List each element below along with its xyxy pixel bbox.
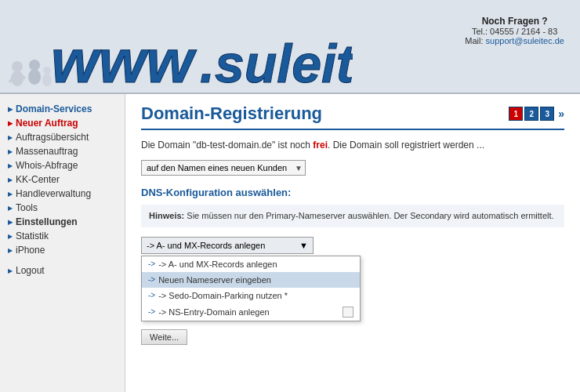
page-btn-2[interactable]: 2 xyxy=(524,107,538,121)
sidebar-item-handleverwaltung[interactable]: ▶ Handleverwaltung xyxy=(0,187,125,201)
sidebar-label-domain-services: Domain-Services xyxy=(16,103,92,114)
customer-dropdown[interactable]: auf den Namen eines neuen Kunden xyxy=(141,160,306,176)
dns-option-sedo[interactable]: -> -> Sedo-Domain-Parking nutzen * xyxy=(142,288,360,303)
info-text-pre: Die Domain "db-test-domain.de" ist noch xyxy=(141,140,313,151)
dns-option-ns-entry-inner: -> -> NS-Entry-Domain anlegen xyxy=(148,307,270,317)
dns-dropdown-container: -> A- und MX-Records anlegen ▼ -> -> A- … xyxy=(141,237,564,254)
logo-domain-text: .suleitec.de xyxy=(200,34,353,93)
customer-dropdown-wrapper: auf den Namen eines neuen Kunden ▼ xyxy=(141,160,306,176)
sidebar-separator xyxy=(0,257,125,263)
page-btn-3[interactable]: 3 xyxy=(540,107,554,121)
arrow-icon: ▶ xyxy=(8,267,13,274)
svg-point-5 xyxy=(29,60,40,71)
dns-dropdown-arrow: ▼ xyxy=(293,241,308,250)
page-btn-1[interactable]: 1 xyxy=(509,107,523,121)
sidebar-item-whois[interactable]: ▶ Whois-Abfrage xyxy=(0,158,125,172)
sidebar-label: iPhone xyxy=(16,245,45,256)
opt-arrow-icon: -> xyxy=(148,291,155,299)
page-title: Domain-Registrierung xyxy=(141,103,322,124)
checkbox-icon[interactable] xyxy=(343,307,353,318)
contact-email-link[interactable]: support@suleitec.de xyxy=(486,36,564,45)
header-contact: Noch Fragen ? Tel.: 04555 / 2164 - 83 Ma… xyxy=(465,16,564,45)
weiter-row: Weite... xyxy=(141,323,564,345)
sidebar-label-neuer-auftrag: Neuer Auftrag xyxy=(16,118,78,129)
sidebar-item-auftragsübersicht[interactable]: ▶ Auftragsübersicht xyxy=(0,130,125,144)
arrow-icon: ▶ xyxy=(8,233,13,240)
arrow-icon: ▶ xyxy=(8,205,13,212)
sidebar-label: Einstellungen xyxy=(16,216,78,227)
opt-arrow-icon: -> xyxy=(148,275,155,284)
info-free-word: frei xyxy=(313,140,328,151)
svg-point-4 xyxy=(28,69,41,85)
sidebar-label: Massenauftrag xyxy=(16,146,78,157)
dns-dropdown-open: -> -> A- und MX-Records anlegen -> Neuen… xyxy=(141,256,361,321)
main-layout: ▶ Domain-Services ▶ Neuer Auftrag ▶ Auft… xyxy=(0,94,580,392)
dns-select-row: -> A- und MX-Records anlegen ▼ xyxy=(141,237,564,254)
weiter-button[interactable]: Weite... xyxy=(141,329,187,345)
sidebar-label: Statistik xyxy=(16,230,49,241)
hint-text: Sie müssen nur den Primary-Nameserver au… xyxy=(184,211,553,220)
sidebar-label: Auftragsübersicht xyxy=(16,132,89,143)
arrow-icon: ▶ xyxy=(8,120,13,127)
dns-selected-label: -> A- und MX-Records anlegen xyxy=(147,241,265,250)
opt-arrow-icon: -> xyxy=(148,307,155,316)
dns-option-label: -> Sedo-Domain-Parking nutzen * xyxy=(158,291,288,300)
arrow-icon: ▶ xyxy=(8,176,13,183)
sidebar-label: KK-Center xyxy=(16,174,60,185)
hint-box: Hinweis: Sie müssen nur den Primary-Name… xyxy=(141,205,564,227)
dns-option-label: -> NS-Entry-Domain anlegen xyxy=(158,307,270,317)
sidebar-section-domain: ▶ Domain-Services ▶ Neuer Auftrag ▶ Auft… xyxy=(0,102,125,278)
dns-option-a-mx[interactable]: -> -> A- und MX-Records anlegen xyxy=(142,256,360,272)
logo-svg: www .suleitec.de xyxy=(0,0,353,94)
logo-figures xyxy=(9,60,52,86)
pagination: 1 2 3 » xyxy=(509,107,564,121)
dns-option-ns-entry[interactable]: -> -> NS-Entry-Domain anlegen xyxy=(142,303,360,321)
sidebar-label: Logout xyxy=(16,265,45,276)
contact-title: Noch Fragen ? xyxy=(465,16,564,27)
sidebar-item-tools[interactable]: ▶ Tools xyxy=(0,201,125,215)
contact-phone: Tel.: 04555 / 2164 - 83 xyxy=(465,27,564,36)
sidebar-label: Handleverwaltung xyxy=(16,188,91,199)
arrow-icon: ▶ xyxy=(8,191,13,198)
sidebar-label: Tools xyxy=(16,202,38,213)
dns-select-box[interactable]: -> A- und MX-Records anlegen ▼ xyxy=(141,237,314,254)
arrow-icon: ▶ xyxy=(8,162,13,169)
sidebar-item-einstellungen[interactable]: ▶ Einstellungen xyxy=(0,215,125,229)
arrow-icon: ▶ xyxy=(8,247,13,254)
sidebar-item-statistik[interactable]: ▶ Statistik xyxy=(0,229,125,243)
logo-www-text: www xyxy=(51,27,197,94)
dns-option-label: Neuen Nameserver eingeben xyxy=(158,275,271,285)
page-header-row: Domain-Registrierung 1 2 3 » xyxy=(141,103,564,130)
dns-option-nameserver[interactable]: -> Neuen Nameserver eingeben xyxy=(142,272,360,288)
sidebar-item-logout[interactable]: ▶ Logout xyxy=(0,263,125,278)
info-text-post: . Die Domain soll registriert werden ... xyxy=(328,140,484,151)
sidebar-label: Whois-Abfrage xyxy=(16,160,78,171)
sidebar-item-iphone[interactable]: ▶ iPhone xyxy=(0,243,125,257)
sidebar-item-neuer-auftrag[interactable]: ▶ Neuer Auftrag xyxy=(0,116,125,130)
arrow-icon: ▶ xyxy=(8,148,13,155)
logo-area: www .suleitec.de xyxy=(0,0,353,94)
content-area: Domain-Registrierung 1 2 3 » Die Domain … xyxy=(125,94,580,392)
dns-option-label: -> A- und MX-Records anlegen xyxy=(158,260,277,269)
contact-mail: Mail: support@suleitec.de xyxy=(465,36,564,45)
svg-point-7 xyxy=(43,67,51,74)
customer-dropdown-row: auf den Namen eines neuen Kunden ▼ xyxy=(141,160,564,176)
hint-label: Hinweis: xyxy=(149,211,184,220)
info-text: Die Domain "db-test-domain.de" ist noch … xyxy=(141,138,564,152)
header: www .suleitec.de Noch Fragen ? Tel.: 045… xyxy=(0,0,580,94)
arrow-icon: ▶ xyxy=(8,219,13,226)
opt-arrow-icon: -> xyxy=(148,260,155,268)
dns-section-title: DNS-Konfiguration auswählen: xyxy=(141,187,564,198)
sidebar-item-domain-services[interactable]: ▶ Domain-Services xyxy=(0,102,125,116)
sidebar-item-massenauftrag[interactable]: ▶ Massenauftrag xyxy=(0,144,125,158)
svg-point-1 xyxy=(12,61,23,72)
page-nav-forward[interactable]: » xyxy=(558,107,564,120)
arrow-icon: ▶ xyxy=(8,106,13,113)
sidebar-item-kk-center[interactable]: ▶ KK-Center xyxy=(0,172,125,187)
arrow-icon: ▶ xyxy=(8,134,13,141)
sidebar: ▶ Domain-Services ▶ Neuer Auftrag ▶ Auft… xyxy=(0,94,125,392)
